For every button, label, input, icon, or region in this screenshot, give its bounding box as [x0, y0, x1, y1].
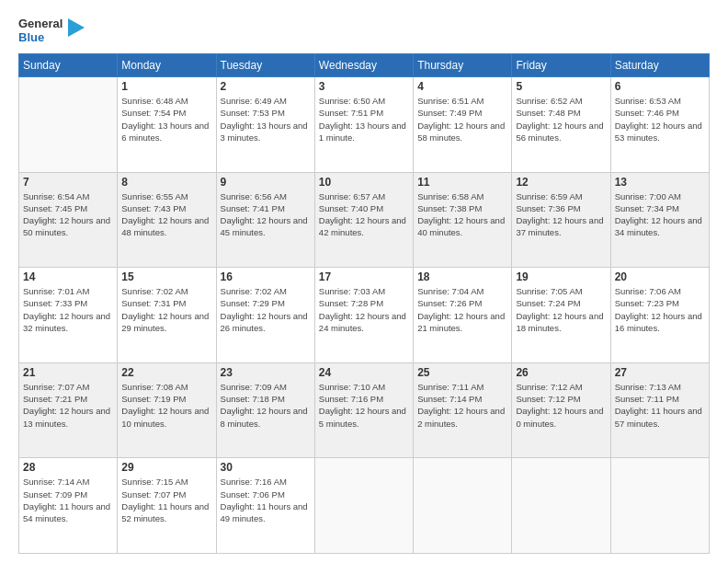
day-number: 12: [516, 176, 606, 189]
calendar-cell: [19, 77, 118, 173]
weekday-header-sunday: Sunday: [19, 54, 118, 77]
calendar-cell: 14Sunrise: 7:01 AMSunset: 7:33 PMDayligh…: [19, 268, 118, 363]
calendar-cell: 28Sunrise: 7:14 AMSunset: 7:09 PMDayligh…: [19, 458, 118, 554]
day-info: Sunrise: 6:50 AMSunset: 7:51 PMDaylight:…: [319, 95, 409, 144]
day-number: 20: [615, 270, 705, 283]
day-info: Sunrise: 7:12 AMSunset: 7:12 PMDaylight:…: [516, 381, 606, 430]
page: General Blue SundayMondayTuesdayWednesda…: [0, 0, 728, 563]
day-number: 15: [121, 270, 211, 283]
calendar-cell: 27Sunrise: 7:13 AMSunset: 7:11 PMDayligh…: [610, 362, 709, 458]
logo-general: General: [18, 17, 63, 30]
day-info: Sunrise: 7:11 AMSunset: 7:14 PMDaylight:…: [417, 381, 507, 430]
day-number: 26: [516, 366, 606, 379]
day-info: Sunrise: 7:09 AMSunset: 7:18 PMDaylight:…: [221, 381, 311, 430]
calendar-cell: 3Sunrise: 6:50 AMSunset: 7:51 PMDaylight…: [314, 77, 413, 173]
svg-marker-0: [68, 18, 85, 37]
day-info: Sunrise: 6:49 AMSunset: 7:53 PMDaylight:…: [221, 95, 311, 144]
header: General Blue: [18, 15, 710, 44]
weekday-header-tuesday: Tuesday: [216, 54, 314, 77]
day-number: 19: [516, 270, 606, 283]
day-number: 2: [221, 80, 311, 93]
calendar-cell: 25Sunrise: 7:11 AMSunset: 7:14 PMDayligh…: [414, 362, 512, 458]
day-number: 21: [23, 366, 113, 379]
weekday-header-wednesday: Wednesday: [314, 54, 413, 77]
calendar-table: SundayMondayTuesdayWednesdayThursdayFrid…: [18, 53, 710, 554]
calendar-cell: 13Sunrise: 7:00 AMSunset: 7:34 PMDayligh…: [610, 172, 709, 268]
day-number: 29: [121, 461, 211, 474]
day-number: 25: [417, 366, 507, 379]
day-number: 13: [615, 176, 705, 189]
weekday-header-friday: Friday: [512, 54, 610, 77]
logo-blue: Blue: [18, 30, 44, 44]
calendar-week-3: 14Sunrise: 7:01 AMSunset: 7:33 PMDayligh…: [19, 268, 710, 363]
day-number: 23: [221, 366, 311, 379]
calendar-cell: 6Sunrise: 6:53 AMSunset: 7:46 PMDaylight…: [610, 77, 709, 173]
day-info: Sunrise: 6:52 AMSunset: 7:48 PMDaylight:…: [516, 95, 606, 144]
day-number: 28: [23, 461, 113, 474]
day-number: 30: [221, 461, 311, 474]
day-number: 10: [319, 176, 409, 189]
calendar-cell: 10Sunrise: 6:57 AMSunset: 7:40 PMDayligh…: [314, 172, 413, 268]
weekday-header-thursday: Thursday: [414, 54, 512, 77]
calendar-cell: 20Sunrise: 7:06 AMSunset: 7:23 PMDayligh…: [610, 268, 709, 363]
day-info: Sunrise: 6:59 AMSunset: 7:36 PMDaylight:…: [516, 190, 606, 239]
calendar-cell: [512, 458, 610, 554]
day-info: Sunrise: 6:55 AMSunset: 7:43 PMDaylight:…: [121, 190, 211, 239]
calendar-cell: [610, 458, 709, 554]
day-info: Sunrise: 7:10 AMSunset: 7:16 PMDaylight:…: [319, 381, 409, 430]
day-number: 3: [319, 80, 409, 93]
day-info: Sunrise: 7:07 AMSunset: 7:21 PMDaylight:…: [23, 381, 113, 430]
day-info: Sunrise: 6:56 AMSunset: 7:41 PMDaylight:…: [221, 190, 311, 239]
day-number: 8: [121, 176, 211, 189]
calendar-cell: 19Sunrise: 7:05 AMSunset: 7:24 PMDayligh…: [512, 268, 610, 363]
day-number: 6: [615, 80, 705, 93]
calendar-cell: 8Sunrise: 6:55 AMSunset: 7:43 PMDaylight…: [118, 172, 216, 268]
calendar-cell: 1Sunrise: 6:48 AMSunset: 7:54 PMDaylight…: [118, 77, 216, 173]
day-number: 14: [23, 270, 113, 283]
day-number: 27: [615, 366, 705, 379]
calendar-cell: 29Sunrise: 7:15 AMSunset: 7:07 PMDayligh…: [118, 458, 216, 554]
calendar-cell: 12Sunrise: 6:59 AMSunset: 7:36 PMDayligh…: [512, 172, 610, 268]
day-info: Sunrise: 7:16 AMSunset: 7:06 PMDaylight:…: [221, 476, 311, 524]
weekday-header-monday: Monday: [118, 54, 216, 77]
day-info: Sunrise: 6:57 AMSunset: 7:40 PMDaylight:…: [319, 190, 409, 239]
day-number: 17: [319, 270, 409, 283]
calendar-cell: 23Sunrise: 7:09 AMSunset: 7:18 PMDayligh…: [216, 362, 314, 458]
day-info: Sunrise: 7:02 AMSunset: 7:29 PMDaylight:…: [221, 285, 311, 334]
day-info: Sunrise: 7:01 AMSunset: 7:33 PMDaylight:…: [23, 285, 113, 334]
day-number: 24: [319, 366, 409, 379]
day-info: Sunrise: 6:54 AMSunset: 7:45 PMDaylight:…: [23, 190, 113, 239]
day-info: Sunrise: 6:48 AMSunset: 7:54 PMDaylight:…: [121, 95, 211, 144]
day-info: Sunrise: 6:58 AMSunset: 7:38 PMDaylight:…: [417, 190, 507, 239]
day-info: Sunrise: 7:00 AMSunset: 7:34 PMDaylight:…: [615, 190, 705, 239]
day-number: 1: [121, 80, 211, 93]
calendar-cell: 21Sunrise: 7:07 AMSunset: 7:21 PMDayligh…: [19, 362, 118, 458]
calendar-cell: 22Sunrise: 7:08 AMSunset: 7:19 PMDayligh…: [118, 362, 216, 458]
calendar-cell: [414, 458, 512, 554]
day-number: 7: [23, 176, 113, 189]
calendar-cell: 2Sunrise: 6:49 AMSunset: 7:53 PMDaylight…: [216, 77, 314, 173]
day-number: 22: [121, 366, 211, 379]
day-info: Sunrise: 6:53 AMSunset: 7:46 PMDaylight:…: [615, 95, 705, 144]
calendar-week-4: 21Sunrise: 7:07 AMSunset: 7:21 PMDayligh…: [19, 362, 710, 458]
day-number: 16: [221, 270, 311, 283]
weekday-header-saturday: Saturday: [610, 54, 709, 77]
calendar-week-5: 28Sunrise: 7:14 AMSunset: 7:09 PMDayligh…: [19, 458, 710, 554]
calendar-week-2: 7Sunrise: 6:54 AMSunset: 7:45 PMDaylight…: [19, 172, 710, 268]
day-info: Sunrise: 7:04 AMSunset: 7:26 PMDaylight:…: [417, 285, 507, 334]
day-info: Sunrise: 7:08 AMSunset: 7:19 PMDaylight:…: [121, 381, 211, 430]
day-info: Sunrise: 7:05 AMSunset: 7:24 PMDaylight:…: [516, 285, 606, 334]
calendar-cell: 9Sunrise: 6:56 AMSunset: 7:41 PMDaylight…: [216, 172, 314, 268]
calendar-week-1: 1Sunrise: 6:48 AMSunset: 7:54 PMDaylight…: [19, 77, 710, 173]
logo: General Blue: [18, 15, 85, 44]
calendar-cell: 24Sunrise: 7:10 AMSunset: 7:16 PMDayligh…: [314, 362, 413, 458]
day-info: Sunrise: 7:15 AMSunset: 7:07 PMDaylight:…: [121, 476, 211, 524]
day-info: Sunrise: 7:03 AMSunset: 7:28 PMDaylight:…: [319, 285, 409, 334]
day-number: 18: [417, 270, 507, 283]
calendar-cell: 7Sunrise: 6:54 AMSunset: 7:45 PMDaylight…: [19, 172, 118, 268]
day-number: 5: [516, 80, 606, 93]
calendar-cell: 18Sunrise: 7:04 AMSunset: 7:26 PMDayligh…: [414, 268, 512, 363]
calendar-cell: 5Sunrise: 6:52 AMSunset: 7:48 PMDaylight…: [512, 77, 610, 173]
calendar-cell: 26Sunrise: 7:12 AMSunset: 7:12 PMDayligh…: [512, 362, 610, 458]
calendar-cell: 11Sunrise: 6:58 AMSunset: 7:38 PMDayligh…: [414, 172, 512, 268]
